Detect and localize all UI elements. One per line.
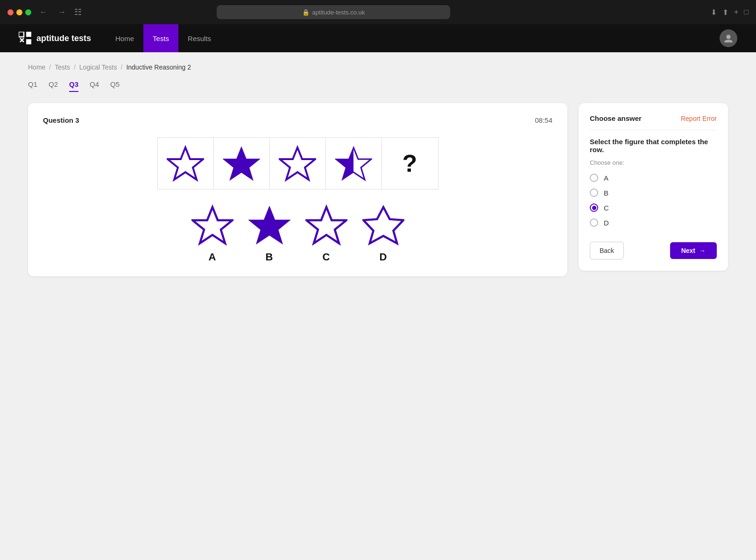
avatar-button[interactable] — [720, 29, 737, 47]
browser-chrome: ← → ☷ 🔒 aptitude-tests.co.uk ⬇ ⬆ + □ — [0, 0, 756, 24]
star-outline-3 — [279, 145, 316, 182]
radio-label-a: A — [604, 174, 608, 182]
nav-home[interactable]: Home — [106, 24, 143, 52]
radio-label-c: C — [604, 204, 609, 212]
share-icon[interactable]: ⬆ — [722, 8, 728, 17]
breadcrumb-tests[interactable]: Tests — [55, 63, 70, 71]
forward-nav-button[interactable]: → — [56, 6, 69, 18]
new-tab-icon[interactable]: + — [734, 8, 738, 16]
answer-option-d[interactable]: D — [362, 204, 404, 263]
breadcrumb-home[interactable]: Home — [28, 63, 45, 71]
lock-icon: 🔒 — [302, 9, 310, 16]
back-button[interactable]: Back — [590, 242, 624, 259]
radio-input-b[interactable] — [590, 189, 598, 197]
app-navbar: aptitude tests Home Tests Results — [0, 24, 756, 52]
next-label: Next — [681, 247, 695, 254]
choose-answer-label: Choose answer — [590, 114, 642, 122]
pattern-cell-5: ? — [382, 138, 438, 189]
tab-q4[interactable]: Q4 — [90, 80, 99, 92]
logo-icon — [19, 32, 32, 45]
logo-text: aptitude tests — [36, 34, 91, 43]
star-b — [248, 204, 290, 245]
radio-option-d[interactable]: D — [590, 218, 717, 227]
star-half-4 — [335, 145, 372, 182]
question-tabs: Q1 Q2 Q3 Q4 Q5 — [28, 80, 728, 92]
timer: 08:54 — [535, 116, 552, 124]
breadcrumb-sep-3: / — [121, 63, 123, 71]
fullscreen-button[interactable] — [25, 9, 31, 15]
star-c — [305, 204, 347, 245]
logo-area: aptitude tests — [19, 32, 91, 45]
report-error-link[interactable]: Report Error — [681, 115, 717, 122]
answer-option-a[interactable]: A — [191, 204, 233, 263]
breadcrumb-current: Inductive Reasoning 2 — [126, 63, 191, 71]
sidebar-toggle-icon: ☷ — [74, 7, 82, 17]
answer-label-c: C — [323, 251, 330, 263]
answer-option-b[interactable]: B — [248, 204, 290, 263]
close-button[interactable] — [7, 9, 14, 15]
nav-links: Home Tests Results — [106, 24, 220, 52]
svg-marker-13 — [192, 207, 233, 244]
answer-options[interactable]: A B C — [43, 204, 552, 263]
tab-overview-icon[interactable]: □ — [744, 8, 749, 16]
svg-marker-15 — [306, 207, 346, 244]
tab-q1[interactable]: Q1 — [28, 80, 37, 92]
address-bar[interactable]: 🔒 aptitude-tests.co.uk — [217, 5, 450, 19]
tab-q3[interactable]: Q3 — [69, 80, 78, 92]
star-outline-1 — [167, 145, 204, 182]
question-label: Question 3 — [43, 116, 79, 124]
back-nav-button[interactable]: ← — [37, 6, 50, 18]
tab-q2[interactable]: Q2 — [49, 80, 58, 92]
pattern-cell-1 — [158, 138, 214, 189]
pattern-cell-2 — [214, 138, 270, 189]
pattern-cell-3 — [270, 138, 326, 189]
radio-input-c[interactable] — [590, 203, 598, 212]
star-a — [191, 204, 233, 245]
nav-right — [720, 29, 737, 47]
radio-input-d[interactable] — [590, 218, 598, 227]
breadcrumb-sep-2: / — [74, 63, 76, 71]
choose-one-label: Choose one: — [590, 159, 717, 166]
instruction-text: Select the figure that completes the row… — [590, 138, 717, 154]
radio-option-a[interactable]: A — [590, 174, 717, 182]
breadcrumb-logical-tests[interactable]: Logical Tests — [79, 63, 117, 71]
nav-tests[interactable]: Tests — [143, 24, 178, 52]
traffic-lights — [7, 9, 31, 15]
radio-label-d: D — [604, 219, 609, 227]
tab-q5[interactable]: Q5 — [110, 80, 120, 92]
minimize-button[interactable] — [16, 9, 22, 15]
next-button[interactable]: Next → — [670, 242, 717, 259]
main-layout: Question 3 08:54 — [28, 103, 728, 276]
panel-footer: Back Next → — [590, 242, 717, 259]
svg-marker-14 — [249, 207, 290, 244]
breadcrumb-sep-1: / — [49, 63, 51, 71]
download-icon[interactable]: ⬇ — [711, 8, 717, 17]
star-filled-2 — [223, 145, 260, 182]
pattern-cell-4 — [326, 138, 382, 189]
breadcrumb: Home / Tests / Logical Tests / Inductive… — [28, 63, 728, 71]
radio-input-a[interactable] — [590, 174, 598, 182]
svg-marker-8 — [280, 147, 315, 180]
svg-marker-7 — [224, 147, 259, 180]
next-arrow-icon: → — [699, 247, 706, 254]
svg-rect-4 — [26, 39, 31, 44]
user-icon — [723, 33, 734, 43]
svg-point-5 — [727, 35, 731, 39]
answer-panel: Choose answer Report Error Select the fi… — [579, 103, 728, 271]
svg-rect-3 — [26, 32, 31, 37]
answer-label-d: D — [380, 251, 387, 263]
answer-label-a: A — [209, 251, 216, 263]
question-mark: ? — [403, 149, 417, 177]
radio-label-b: B — [604, 189, 608, 197]
browser-actions: ⬇ ⬆ + □ — [711, 8, 749, 17]
radio-option-b[interactable]: B — [590, 189, 717, 197]
svg-marker-16 — [363, 207, 403, 244]
question-header: Question 3 08:54 — [43, 116, 552, 124]
answer-option-c[interactable]: C — [305, 204, 347, 263]
nav-results[interactable]: Results — [178, 24, 220, 52]
star-d — [362, 204, 404, 245]
svg-marker-6 — [168, 147, 203, 180]
page-content: Home / Tests / Logical Tests / Inductive… — [0, 52, 756, 560]
radio-option-c[interactable]: C — [590, 203, 717, 212]
radio-options: A B C D — [590, 174, 717, 227]
